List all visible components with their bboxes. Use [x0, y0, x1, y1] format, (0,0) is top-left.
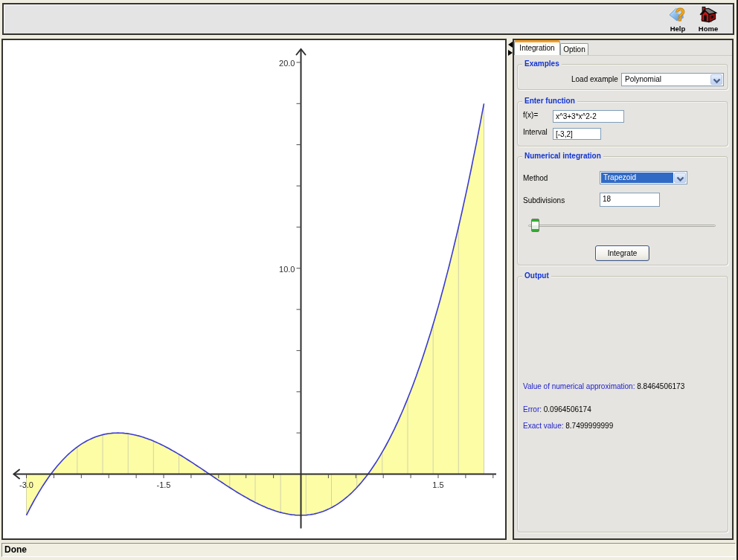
svg-text:?: ?	[675, 5, 685, 25]
svg-text:1.5: 1.5	[432, 480, 443, 489]
svg-text:20.0: 20.0	[279, 59, 295, 68]
svg-text:10.0: 10.0	[279, 265, 295, 274]
svg-text:-1.5: -1.5	[157, 480, 171, 489]
svg-text:-3.0: -3.0	[19, 480, 33, 489]
